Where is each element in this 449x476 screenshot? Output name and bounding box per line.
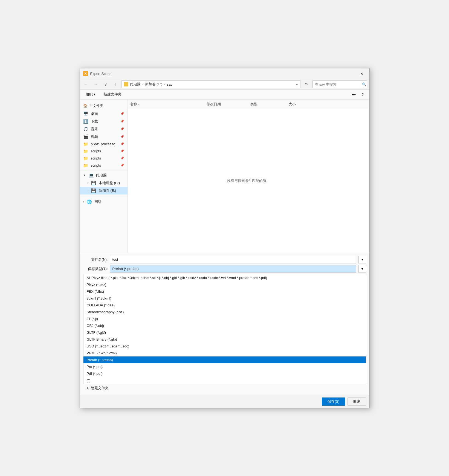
filetype-option-glb[interactable]: GLTF Binary (*.glb) xyxy=(83,336,366,343)
refresh-button[interactable]: ⟳ xyxy=(303,80,310,88)
filename-dropdown[interactable]: ▾ xyxy=(358,256,366,263)
filetype-option-pixyz[interactable]: Pixyz (*.pxz) xyxy=(83,281,366,288)
chevron-up-icon: ∧ xyxy=(86,386,89,390)
main-content: 🏠 主文件夹 🖥️ 桌面 📌 ⬇️ 下载 📌 🎵 音乐 📌 🎬 视频 xyxy=(80,100,369,253)
sidebar-item-label-scripts2: scripts xyxy=(91,156,101,160)
expand-arrow-c: › xyxy=(88,181,88,184)
scripts2-icon: 📁 xyxy=(83,156,89,161)
sidebar-item-label-scripts3: scripts xyxy=(91,163,101,167)
sidebar-item-new-vol-e[interactable]: › 💾 新加卷 (E:) xyxy=(80,187,128,195)
video-icon: 🎬 xyxy=(83,135,89,139)
downloads-icon: ⬇️ xyxy=(83,119,89,124)
sidebar-item-scripts3[interactable]: 📁 scripts 📌 xyxy=(80,162,128,169)
col-header-size[interactable]: 大小 xyxy=(286,101,314,108)
sidebar-item-label-new-vol-e: 新加卷 (E:) xyxy=(99,188,116,193)
hidden-files-toggle[interactable]: ∧ 隐藏文件夹 xyxy=(83,384,366,392)
filetype-option-wildcard[interactable]: (*) xyxy=(83,377,366,384)
sidebar-item-music[interactable]: 🎵 音乐 📌 xyxy=(80,125,128,133)
filetype-option-3dxml[interactable]: 3dxml (*.3dxml) xyxy=(83,295,366,302)
dropdown-button[interactable]: ∨ xyxy=(102,80,109,88)
filetype-option-collada[interactable]: COLLADA (*.dae) xyxy=(83,302,366,309)
sidebar-item-scripts1[interactable]: 📁 scripts 📌 xyxy=(80,148,128,155)
col-sort-arrow: ∧ xyxy=(138,103,140,106)
search-icon: 🔍 xyxy=(362,82,366,86)
hidden-files-label: 隐藏文件夹 xyxy=(91,386,109,391)
sidebar-item-label-pixyz: pixyz_processo xyxy=(91,142,115,146)
title-bar: ✕ Export Scene ✕ xyxy=(80,68,369,79)
col-header-type[interactable]: 类型 xyxy=(248,101,286,108)
file-list-area: 名称 ∧ 修改日期 类型 大小 没有与搜索条件匹配的项。 xyxy=(128,100,369,253)
close-button[interactable]: ✕ xyxy=(358,69,366,78)
up-button[interactable]: ↑ xyxy=(112,80,119,88)
col-header-name[interactable]: 名称 ∧ xyxy=(128,101,204,108)
filetype-option-prc[interactable]: Prc (*.prc) xyxy=(83,363,366,370)
sidebar-item-scripts2[interactable]: 📁 scripts 📌 xyxy=(80,155,128,162)
address-bar[interactable]: 此电脑 › 新加卷 (E:) › sav ▾ xyxy=(121,80,300,88)
sidebar-item-pixyz[interactable]: 📁 pixyz_processo 📌 xyxy=(80,141,128,148)
help-button[interactable]: ? xyxy=(359,91,367,98)
filetype-option-prefab[interactable]: Prefab (*.prefab) xyxy=(83,356,366,363)
window-title: Export Scene xyxy=(90,72,358,76)
filetype-label: 保存类型(T): xyxy=(83,266,108,271)
folder-icon xyxy=(124,82,128,86)
filetype-option-jt[interactable]: JT (*.jt) xyxy=(83,315,366,322)
search-bar: 🔍 xyxy=(312,80,367,88)
sidebar-item-this-pc[interactable]: ▼ 💻 此电脑 xyxy=(80,172,128,179)
filetype-option-usd[interactable]: USD (*.usdz *.usda *.usdc) xyxy=(83,343,366,350)
filename-row: 文件名(N): ▾ xyxy=(83,256,366,263)
pin-video: 📌 xyxy=(120,135,124,138)
filetype-input[interactable] xyxy=(110,265,356,273)
main-folder-title: 🏠 主文件夹 xyxy=(80,102,128,110)
sidebar-item-local-c[interactable]: › 💾 本地磁盘 (C:) xyxy=(80,179,128,187)
scripts3-icon: 📁 xyxy=(83,163,89,168)
new-folder-button[interactable]: 新建文件夹 xyxy=(101,91,124,98)
filetype-option-fbx[interactable]: FBX (*.fbx) xyxy=(83,288,366,295)
save-button[interactable]: 保存(S) xyxy=(322,397,345,406)
address-dropdown-arrow[interactable]: ▾ xyxy=(296,82,298,86)
cancel-button[interactable]: 取消 xyxy=(347,397,366,406)
filetype-dropdown[interactable]: ▾ xyxy=(358,265,366,273)
address-part-3: sav xyxy=(167,82,172,86)
sidebar-item-downloads[interactable]: ⬇️ 下载 📌 xyxy=(80,118,128,125)
col-header-date[interactable]: 修改日期 xyxy=(204,101,248,108)
sidebar-group-network: › 🌐 网络 xyxy=(80,197,128,207)
local-disk-c-icon: 💾 xyxy=(91,181,97,185)
sidebar-item-label-scripts1: scripts xyxy=(91,149,101,153)
sidebar-item-video[interactable]: 🎬 视频 📌 xyxy=(80,133,128,141)
sidebar-item-desktop[interactable]: 🖥️ 桌面 📌 xyxy=(80,110,128,118)
view-dropdown-arrow: ▾ xyxy=(354,92,356,97)
filename-input[interactable] xyxy=(110,256,356,263)
pin-desktop: 📌 xyxy=(120,112,124,115)
filetype-option-all[interactable]: All Pixyz files ( *.pxz *.fbx *.3dxml *.… xyxy=(83,274,366,281)
filetype-option-vrml[interactable]: VRML (*.wrl *.vrml) xyxy=(83,350,366,356)
filename-label: 文件名(N): xyxy=(83,257,108,262)
filetype-option-obj[interactable]: OBJ (*.obj) xyxy=(83,322,366,329)
view-button[interactable]: ≡ ▾ xyxy=(350,91,358,98)
file-list-empty: 没有与搜索条件匹配的项。 xyxy=(128,109,369,253)
help-icon: ? xyxy=(362,92,364,97)
forward-button[interactable]: → xyxy=(92,80,100,88)
filetype-option-pdf[interactable]: Pdf (*.pdf) xyxy=(83,370,366,377)
pin-scripts3: 📌 xyxy=(120,164,124,167)
pixyz-folder-icon: 📁 xyxy=(83,142,89,146)
filetype-option-stl[interactable]: Stereolithography (*.stl) xyxy=(83,309,366,315)
pin-scripts1: 📌 xyxy=(120,149,124,153)
toolbar-right: ≡ ▾ ? xyxy=(350,91,367,98)
main-folder-icon: 🏠 xyxy=(83,104,88,108)
expand-arrow-this-pc: ▼ xyxy=(83,174,86,177)
command-toolbar: 组织 ▾ 新建文件夹 ≡ ▾ ? xyxy=(80,90,369,100)
organize-button[interactable]: 组织 ▾ xyxy=(83,91,99,98)
search-input[interactable] xyxy=(315,82,361,86)
pin-scripts2: 📌 xyxy=(120,156,124,160)
action-row: 保存(S) 取消 xyxy=(80,395,369,408)
back-button[interactable]: ← xyxy=(82,80,90,88)
filetype-row: 保存类型(T): ▾ xyxy=(83,265,366,273)
sidebar-item-network[interactable]: › 🌐 网络 xyxy=(80,198,128,206)
main-folder-label: 主文件夹 xyxy=(89,103,103,108)
view-icon: ≡ xyxy=(352,92,354,97)
filetype-option-gltf[interactable]: GLTF (*.gltf) xyxy=(83,329,366,336)
address-part-2: 新加卷 (E:) xyxy=(145,82,163,87)
app-icon: ✕ xyxy=(83,71,88,76)
sidebar-item-label-desktop: 桌面 xyxy=(91,111,98,116)
address-part-1: 此电脑 xyxy=(130,82,141,87)
